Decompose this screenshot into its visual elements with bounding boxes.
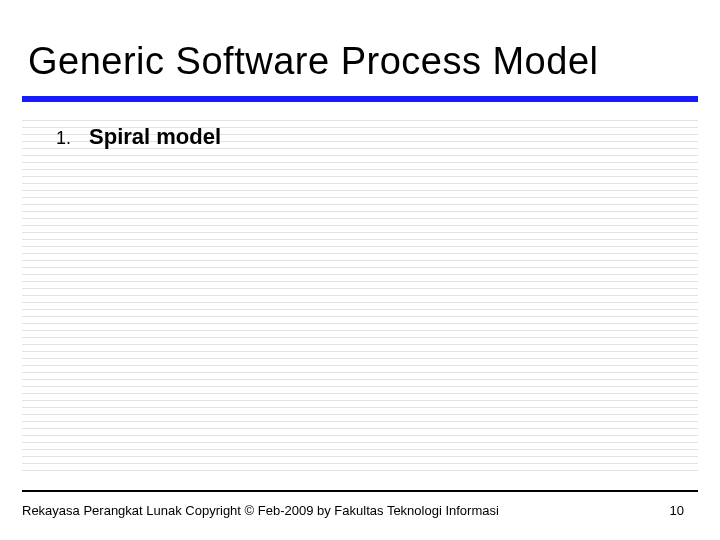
list-text: Spiral model	[89, 124, 221, 150]
page-number: 10	[670, 503, 684, 518]
footer-text: Rekayasa Perangkat Lunak Copyright © Feb…	[22, 503, 499, 518]
list-item: 1. Spiral model	[56, 124, 221, 150]
title-underline	[22, 96, 698, 102]
ruled-background	[22, 120, 698, 472]
list-number: 1.	[56, 128, 71, 149]
slide: Generic Software Process Model 1. Spiral…	[0, 0, 720, 540]
slide-title: Generic Software Process Model	[28, 40, 598, 83]
footer-rule	[22, 490, 698, 492]
